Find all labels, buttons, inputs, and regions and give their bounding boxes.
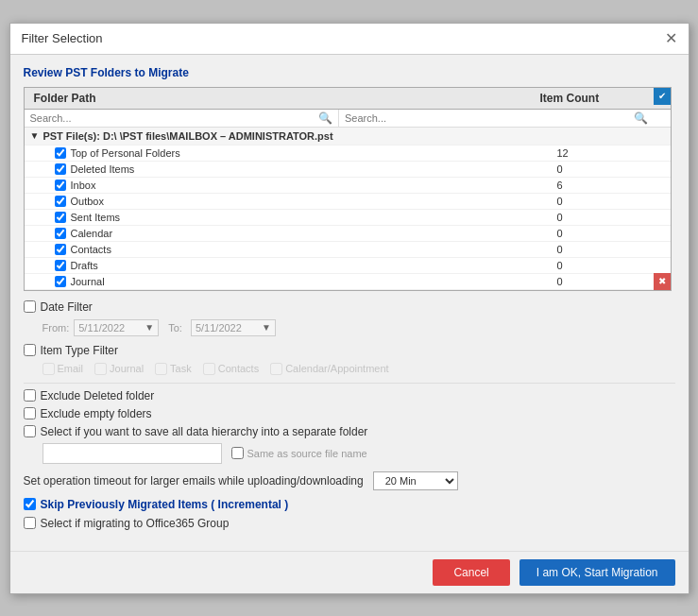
folder-name-input-row: Same as source file name [43,443,675,464]
scrollbar-btns: ✔ ✖ [654,88,671,290]
table-row: Calendar 0 [25,226,671,242]
folder-name-4: Sent Items [71,212,121,223]
folder-name-5: Calendar [71,228,113,239]
search-icon-left: 🔍 [318,111,332,125]
email-checkbox [43,363,55,375]
scroll-up-button[interactable]: ✔ [654,88,671,105]
search-input-left[interactable] [30,112,319,124]
same-source-checkbox[interactable] [231,447,244,459]
from-date-calendar-icon[interactable]: ▼ [145,322,154,333]
incremental-row: Skip Previously Migrated Items ( Increme… [24,498,675,511]
to-label: To: [168,322,182,334]
folder-checkbox-1[interactable] [55,163,66,175]
exclude-deleted-row: Exclude Deleted folder [24,389,675,402]
folder-name-input[interactable] [43,443,222,464]
folder-checkbox-4[interactable] [55,212,66,223]
incremental-label: Skip Previously Migrated Items ( Increme… [41,498,289,511]
save-hierarchy-label: Select if you want to save all data hier… [41,425,368,438]
from-date-value: 5/11/2022 [78,322,125,334]
calendar-checkbox [270,363,282,375]
table-row: Drafts 0 [25,258,671,274]
pst-file-row: ▼ PST File(s): D:\ \PST files\MAILBOX – … [25,128,671,145]
scroll-down-button[interactable]: ✖ [654,273,671,290]
email-label: Email [58,363,84,374]
item-type-options-row: Email Journal Task Contacts Calendar/App… [43,363,675,375]
search-input-right[interactable] [345,112,634,124]
exclude-deleted-label: Exclude Deleted folder [41,389,155,402]
calendar-label: Calendar/Appointment [285,363,388,374]
item-type-contacts: Contacts [203,363,259,375]
col-count-header: Item Count [540,92,654,105]
table-header: Folder Path Item Count [25,88,671,110]
same-source-row: Same as source file name [231,447,367,459]
folder-checkbox-3[interactable] [55,196,66,207]
date-filter-section: Date Filter From: 5/11/2022 ▼ To: 5/11/2… [24,300,675,336]
folder-name-8: Journal [71,276,105,287]
search-icon-right: 🔍 [634,111,648,125]
item-type-filter-row: Item Type Filter [24,344,675,357]
timeout-select[interactable]: 5 Min 10 Min 15 Min 20 Min 30 Min [373,471,458,490]
item-type-filter-checkbox[interactable] [24,344,36,356]
folder-path-col: Inbox [47,180,557,191]
exclude-deleted-checkbox[interactable] [24,389,36,402]
pst-file-label: PST File(s): D:\ \PST files\MAILBOX – AD… [43,130,332,142]
date-range-row: From: 5/11/2022 ▼ To: 5/11/2022 ▼ [43,319,675,336]
start-migration-button[interactable]: I am OK, Start Migration [519,559,675,586]
col-path-header: Folder Path [25,92,540,105]
button-row: Cancel I am OK, Start Migration [10,551,689,593]
pst-arrow-icon: ▼ [30,130,40,141]
folder-name-3: Outbox [71,196,104,207]
table-row: Journal 0 [25,274,671,290]
date-filter-checkbox[interactable] [24,300,36,313]
office365-row: Select if migrating to Office365 Group [24,517,675,530]
folder-checkbox-2[interactable] [55,180,66,191]
table-row: Outbox 0 [25,194,671,210]
from-date-input[interactable]: 5/11/2022 ▼ [74,319,159,336]
folder-name-6: Contacts [71,244,111,255]
folder-checkbox-7[interactable] [55,260,66,271]
cancel-button[interactable]: Cancel [433,559,509,586]
folder-name-2: Inbox [71,180,96,191]
close-button[interactable]: ✕ [665,31,677,46]
table-row: Sent Items 0 [25,210,671,226]
timeout-label: Set operation timeout for larger emails … [24,474,364,488]
filter-dialog: Filter Selection ✕ Review PST Folders to… [9,23,689,594]
folder-path-col: Drafts [47,260,557,271]
incremental-checkbox[interactable] [24,498,36,510]
item-type-filter-label: Item Type Filter [41,344,118,357]
folder-checkbox-0[interactable] [55,147,66,159]
section-title: Review PST Folders to Migrate [24,66,675,79]
office365-checkbox[interactable] [24,517,36,529]
item-type-calendar: Calendar/Appointment [270,363,388,375]
item-type-task: Task [155,363,192,375]
search-row: 🔍 🔍 [25,110,671,128]
item-type-filter-section: Item Type Filter Email Journal Task Con [24,344,675,375]
folder-path-col: Journal [47,276,557,287]
task-checkbox [155,363,167,375]
exclude-empty-label: Exclude empty folders [41,407,152,420]
journal-checkbox [94,363,107,375]
to-date-calendar-icon[interactable]: ▼ [262,322,271,333]
folder-list: ▼ PST File(s): D:\ \PST files\MAILBOX – … [25,128,671,290]
to-date-value: 5/11/2022 [196,322,242,334]
save-hierarchy-checkbox[interactable] [24,425,36,437]
table-row: Inbox 6 [25,178,671,194]
dialog-title: Filter Selection [22,31,103,45]
journal-label: Journal [110,363,144,374]
from-label: From: [43,322,70,334]
to-date-input[interactable]: 5/11/2022 ▼ [191,319,276,336]
exclude-empty-checkbox[interactable] [24,407,36,419]
folder-checkbox-5[interactable] [55,228,66,239]
dialog-body: Review PST Folders to Migrate Folder Pat… [10,55,689,551]
date-filter-row: Date Filter [24,300,675,314]
title-bar: Filter Selection ✕ [10,24,689,55]
save-hierarchy-row: Select if you want to save all data hier… [24,425,675,438]
date-filter-label: Date Filter [41,300,93,314]
item-type-journal: Journal [94,363,144,375]
folder-checkbox-6[interactable] [55,244,66,255]
folder-checkbox-8[interactable] [55,276,66,287]
search-right: 🔍 [339,110,654,127]
folder-name-7: Drafts [71,260,98,271]
folder-path-col: Calendar [47,228,557,239]
folder-table: Folder Path Item Count 🔍 🔍 [24,87,672,291]
